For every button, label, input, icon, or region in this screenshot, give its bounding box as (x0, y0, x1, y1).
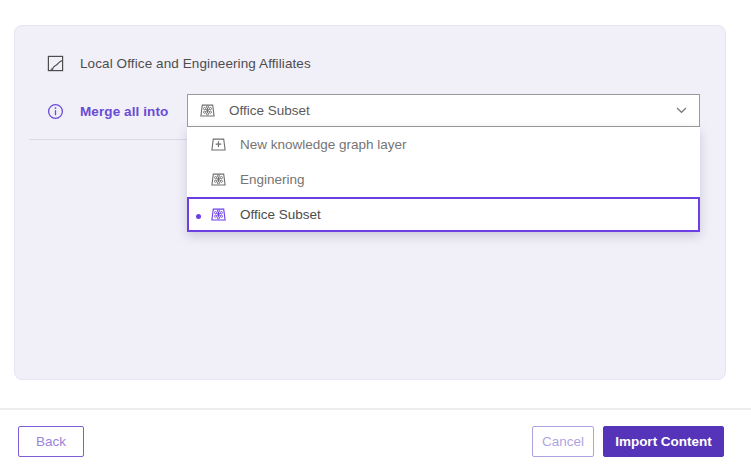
dropdown-option-label: New knowledge graph layer (240, 137, 407, 152)
knowledge-graph-layer-icon (210, 206, 227, 223)
merge-target-dropdown: Office Subset New knowledge graph layer (187, 94, 700, 232)
chevron-down-icon (676, 107, 687, 114)
import-content-button[interactable]: Import Content (603, 426, 724, 457)
knowledge-graph-layer-icon (199, 102, 216, 119)
select-value-label: Office Subset (229, 103, 663, 118)
cancel-button[interactable]: Cancel (532, 426, 594, 457)
selected-option-bullet (196, 214, 201, 219)
info-icon[interactable] (47, 103, 64, 120)
dropdown-option-new-knowledge-graph-layer[interactable]: New knowledge graph layer (187, 127, 700, 162)
layer-name-label: Local Office and Engineering Affiliates (80, 56, 311, 71)
new-knowledge-graph-layer-icon (210, 136, 227, 153)
dropdown-option-label: Enginering (240, 172, 305, 187)
dropdown-option-enginering[interactable]: Enginering (187, 162, 700, 197)
merge-target-dropdown-menu: New knowledge graph layer Enginering (187, 127, 700, 232)
layer-row: Local Office and Engineering Affiliates (47, 47, 311, 79)
map-layer-icon (47, 55, 64, 72)
merge-target-select[interactable]: Office Subset (187, 94, 700, 127)
back-button[interactable]: Back (18, 426, 84, 457)
merge-row: Merge all into (47, 95, 168, 127)
footer-divider (0, 408, 751, 410)
knowledge-graph-layer-icon (210, 171, 227, 188)
dropdown-option-label: Office Subset (240, 207, 321, 222)
dropdown-option-office-subset[interactable]: Office Subset (187, 197, 700, 232)
merge-all-into-label: Merge all into (80, 104, 168, 119)
